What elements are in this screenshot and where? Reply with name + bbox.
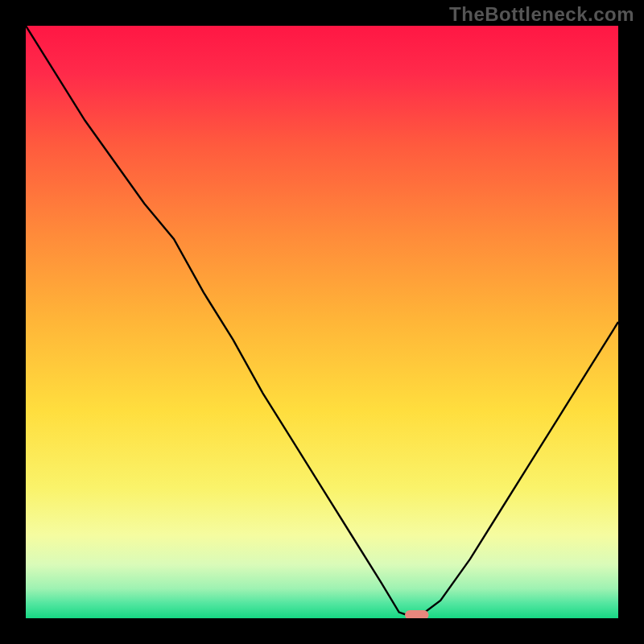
- optimum-marker: [405, 610, 428, 618]
- chart-svg: [26, 26, 618, 618]
- chart-frame: TheBottleneck.com: [0, 0, 644, 644]
- watermark-text: TheBottleneck.com: [449, 3, 634, 26]
- gradient-background: [26, 26, 618, 618]
- plot-area: [26, 26, 618, 618]
